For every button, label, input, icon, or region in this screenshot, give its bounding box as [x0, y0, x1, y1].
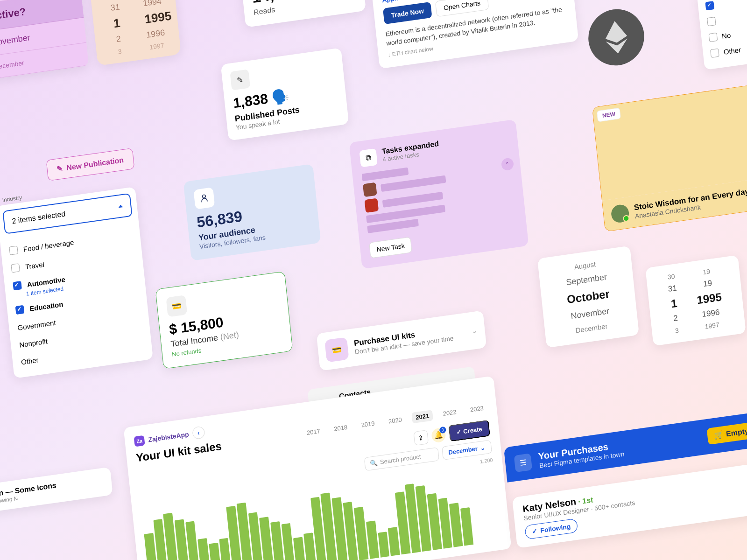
checkbox-on[interactable]: [13, 281, 22, 290]
caret-up-icon: [118, 204, 123, 208]
avatar[interactable]: [610, 203, 630, 224]
new-task-button[interactable]: New Task: [369, 237, 412, 258]
field-label: Industry: [2, 194, 22, 203]
chevron-down-icon[interactable]: ⌄: [471, 326, 478, 336]
month-wheel[interactable]: August September October November Decemb…: [537, 246, 639, 348]
checkbox-on[interactable]: [15, 305, 25, 315]
day-year-wheel[interactable]: 30 31 1 2 3 19 19 1995 1996 1997: [645, 255, 746, 346]
cart-button[interactable]: 🛒 Empty: [707, 422, 747, 445]
filter-checkboxes[interactable]: No Other: [697, 0, 747, 70]
checkbox-on[interactable]: [705, 1, 714, 10]
month-picker-left[interactable]: September Active? November December: [0, 0, 89, 80]
checkbox[interactable]: [709, 33, 718, 42]
card-icon: 💳: [324, 337, 349, 362]
cover-image: [592, 81, 747, 201]
share-button[interactable]: ⇪: [413, 430, 429, 446]
checkbox[interactable]: [710, 49, 719, 58]
menu-icon[interactable]: ☰: [514, 453, 532, 472]
svg-marker-0: [604, 20, 627, 44]
back-button[interactable]: ‹: [192, 426, 205, 440]
reads-stat: 14,063 Reads: [241, 0, 366, 28]
pencil-icon: ✎: [230, 69, 250, 90]
income-stat: 💳 $ 15,800 Total Income (Net) No refunds: [155, 271, 293, 369]
stoic-card[interactable]: NEW Stoic Wisdom for an Every day Anasta…: [592, 80, 747, 231]
conn-degree: · 1st: [578, 496, 593, 505]
date-wheel[interactable]: 1993 311994 11995 21996 31997: [90, 0, 181, 66]
svg-point-2: [202, 195, 205, 198]
eth-icon: [585, 6, 647, 69]
industry-select[interactable]: Industry 2 items selected Food / beverag…: [0, 187, 153, 378]
open-charts-button[interactable]: Open Charts: [435, 0, 489, 17]
bar[interactable]: [366, 520, 379, 559]
bar[interactable]: [281, 523, 295, 560]
iconpack-row[interactable]: icon — Some icons Following N: [0, 467, 113, 513]
checkbox[interactable]: [9, 245, 18, 255]
checkbox[interactable]: [707, 17, 716, 26]
checkbox[interactable]: [11, 263, 20, 273]
sales-card: Za ZajebisteApp ‹ Your UI kit sales 2017…: [123, 376, 511, 560]
bar[interactable]: [378, 532, 389, 558]
following-button[interactable]: ✓ Following: [524, 518, 578, 540]
avatar[interactable]: [363, 182, 377, 197]
avatar[interactable]: [365, 198, 379, 213]
month-filter[interactable]: December ⌄: [442, 440, 492, 460]
person-icon: [193, 187, 215, 210]
bar[interactable]: [388, 527, 400, 556]
tasks-card: ⧉ Tasks expanded 4 active tasks ⌃ New Ta…: [349, 119, 529, 269]
task-bar[interactable]: [382, 192, 443, 208]
new-publication-button[interactable]: ✎ New Publication: [46, 148, 134, 181]
purchase-kits-row[interactable]: 💳 Purchase UI kits Don't be an idiot — s…: [317, 310, 487, 371]
app-logo: Za: [134, 435, 145, 447]
bell-icon[interactable]: 🔔3: [431, 427, 446, 443]
posts-stat: ✎ 1,838 🗣️ Published Posts You speak a l…: [221, 48, 349, 140]
bar[interactable]: [460, 507, 473, 546]
copy-icon: ⧉: [359, 148, 377, 168]
eth-card: Ethereum (ETH) A Next-Generation Smart C…: [369, 0, 579, 69]
pencil-icon: ✎: [56, 164, 63, 174]
audience-stat: 56,839 Your audience Visitors, followers…: [183, 164, 321, 261]
trade-button[interactable]: Trade Now: [383, 2, 432, 24]
card-icon: 💳: [166, 295, 187, 317]
